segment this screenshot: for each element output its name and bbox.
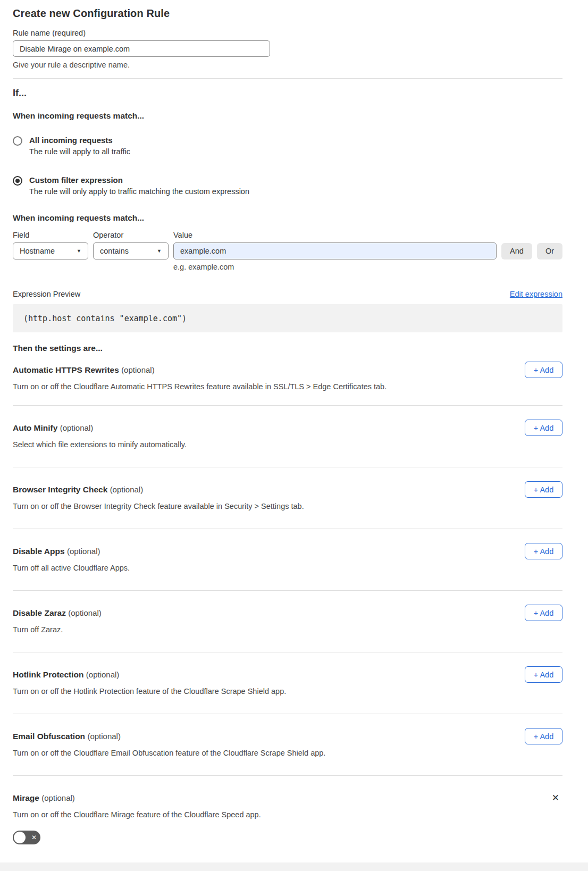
- setting-name: Email Obfuscation: [13, 732, 85, 741]
- field-label: Field: [13, 231, 93, 239]
- add-button[interactable]: + Add: [525, 543, 562, 559]
- optional-tag: (optional): [110, 485, 144, 494]
- setting-section-disable-apps: Disable Apps (optional) + Add Turn off a…: [13, 529, 562, 591]
- value-label: Value: [173, 231, 254, 239]
- add-button[interactable]: + Add: [525, 420, 562, 436]
- section-divider: [13, 78, 562, 79]
- mirage-toggle[interactable]: ✕: [13, 831, 40, 844]
- setting-name: Disable Zaraz: [13, 608, 66, 617]
- optional-tag: (optional): [86, 670, 120, 679]
- expression-builder-labels: Field Operator Value: [13, 231, 562, 239]
- setting-name: Hotlink Protection: [13, 670, 83, 679]
- setting-header: Automatic HTTPS Rewrites (optional) + Ad…: [13, 362, 562, 378]
- close-icon[interactable]: ✕: [549, 792, 562, 803]
- then-settings-heading: Then the settings are...: [13, 344, 562, 353]
- setting-title: Email Obfuscation (optional): [13, 732, 121, 741]
- create-configuration-rule-form: Create new Configuration Rule Rule name …: [0, 0, 588, 847]
- setting-header: Email Obfuscation (optional) + Add: [13, 728, 562, 744]
- radio-text: Custom filter expression The rule will o…: [29, 175, 249, 196]
- rule-name-input[interactable]: [13, 40, 270, 57]
- setting-header: Disable Apps (optional) + Add: [13, 543, 562, 559]
- setting-name: Mirage: [13, 793, 39, 802]
- match-type-heading: When incoming requests match...: [13, 111, 562, 121]
- chevron-down-icon: ▼: [157, 249, 162, 254]
- toggle-knob: [14, 832, 26, 843]
- field-select[interactable]: Hostname ▼: [13, 242, 88, 259]
- expression-code: (http.host contains "example.com"): [23, 314, 187, 323]
- add-button[interactable]: + Add: [525, 605, 562, 621]
- setting-section-auto-minify: Auto Minify (optional) + Add Select whic…: [13, 406, 562, 467]
- setting-section-browser-integrity-check: Browser Integrity Check (optional) + Add…: [13, 467, 562, 529]
- if-heading: If...: [13, 88, 562, 99]
- operator-label: Operator: [93, 231, 173, 239]
- page-bottom-strip: [0, 862, 588, 871]
- optional-tag: (optional): [67, 547, 100, 556]
- optional-tag: (optional): [41, 793, 75, 802]
- add-button[interactable]: + Add: [525, 728, 562, 744]
- setting-title: Hotlink Protection (optional): [13, 670, 119, 680]
- chevron-down-icon: ▼: [77, 249, 81, 254]
- setting-name: Auto Minify: [13, 423, 57, 432]
- setting-header: Disable Zaraz (optional) + Add: [13, 605, 562, 621]
- setting-title: Disable Apps (optional): [13, 547, 100, 556]
- rule-name-label: Rule name (required): [13, 29, 562, 37]
- edit-expression-link[interactable]: Edit expression: [510, 290, 562, 298]
- radio-label: Custom filter expression: [29, 175, 249, 185]
- optional-tag: (optional): [68, 608, 102, 617]
- add-button[interactable]: + Add: [525, 481, 562, 498]
- radio-description: The rule will only apply to traffic matc…: [29, 187, 249, 196]
- expression-preview-label: Expression Preview: [13, 290, 80, 298]
- setting-description: Select which file extensions to minify a…: [13, 440, 562, 449]
- setting-name: Browser Integrity Check: [13, 485, 107, 494]
- and-button[interactable]: And: [501, 243, 532, 259]
- optional-tag: (optional): [60, 423, 94, 432]
- setting-section-mirage: Mirage (optional) ✕ Turn on or off the C…: [13, 776, 562, 847]
- setting-section-email-obfuscation: Email Obfuscation (optional) + Add Turn …: [13, 714, 562, 776]
- radio-selected-icon[interactable]: [13, 176, 22, 186]
- toggle-off-icon: ✕: [31, 834, 37, 841]
- or-button[interactable]: Or: [537, 243, 562, 259]
- setting-description: Turn on or off the Browser Integrity Che…: [13, 502, 562, 510]
- value-help-text: e.g. example.com: [173, 263, 562, 271]
- setting-title: Disable Zaraz (optional): [13, 608, 102, 618]
- setting-title: Auto Minify (optional): [13, 423, 93, 433]
- radio-all-incoming-requests[interactable]: All incoming requests The rule will appl…: [13, 136, 562, 156]
- expression-preview-header: Expression Preview Edit expression: [13, 290, 562, 298]
- setting-section-automatic-https-rewrites: Automatic HTTPS Rewrites (optional) + Ad…: [13, 353, 562, 406]
- add-button[interactable]: + Add: [525, 362, 562, 378]
- setting-description: Turn on or off the Cloudflare Email Obfu…: [13, 749, 562, 757]
- setting-header: Browser Integrity Check (optional) + Add: [13, 481, 562, 498]
- setting-description: Turn on or off the Cloudflare Automatic …: [13, 382, 562, 391]
- setting-header: Mirage (optional) ✕: [13, 790, 562, 806]
- setting-name: Automatic HTTPS Rewrites: [13, 365, 119, 374]
- value-input[interactable]: [173, 242, 497, 259]
- field-select-value: Hostname: [20, 247, 55, 255]
- setting-section-disable-zaraz: Disable Zaraz (optional) + Add Turn off …: [13, 591, 562, 652]
- setting-description: Turn on or off the Cloudflare Mirage fea…: [13, 810, 562, 819]
- setting-header: Auto Minify (optional) + Add: [13, 420, 562, 436]
- radio-description: The rule will apply to all traffic: [29, 147, 130, 156]
- radio-unselected-icon[interactable]: [13, 136, 22, 146]
- operator-select[interactable]: contains ▼: [93, 242, 169, 259]
- optional-tag: (optional): [87, 732, 121, 741]
- setting-description: Turn on or off the Hotlink Protection fe…: [13, 687, 562, 696]
- add-button[interactable]: + Add: [525, 666, 562, 683]
- setting-name: Disable Apps: [13, 547, 65, 556]
- radio-text: All incoming requests The rule will appl…: [29, 136, 130, 156]
- setting-description: Turn off Zaraz.: [13, 625, 562, 634]
- setting-section-hotlink-protection: Hotlink Protection (optional) + Add Turn…: [13, 652, 562, 714]
- setting-header: Hotlink Protection (optional) + Add: [13, 666, 562, 683]
- operator-select-value: contains: [100, 247, 129, 255]
- optional-tag: (optional): [121, 365, 155, 374]
- expression-preview-code-block: (http.host contains "example.com"): [13, 304, 562, 332]
- setting-title: Automatic HTTPS Rewrites (optional): [13, 365, 155, 375]
- expression-builder-row: Hostname ▼ contains ▼ And Or: [13, 242, 562, 259]
- rule-name-help: Give your rule a descriptive name.: [13, 61, 562, 69]
- radio-custom-filter-expression[interactable]: Custom filter expression The rule will o…: [13, 175, 562, 196]
- expression-builder-heading: When incoming requests match...: [13, 213, 562, 223]
- setting-title: Browser Integrity Check (optional): [13, 485, 143, 495]
- page-title: Create new Configuration Rule: [13, 7, 562, 20]
- radio-label: All incoming requests: [29, 136, 130, 145]
- setting-title: Mirage (optional): [13, 793, 75, 803]
- setting-description: Turn off all active Cloudflare Apps.: [13, 564, 562, 572]
